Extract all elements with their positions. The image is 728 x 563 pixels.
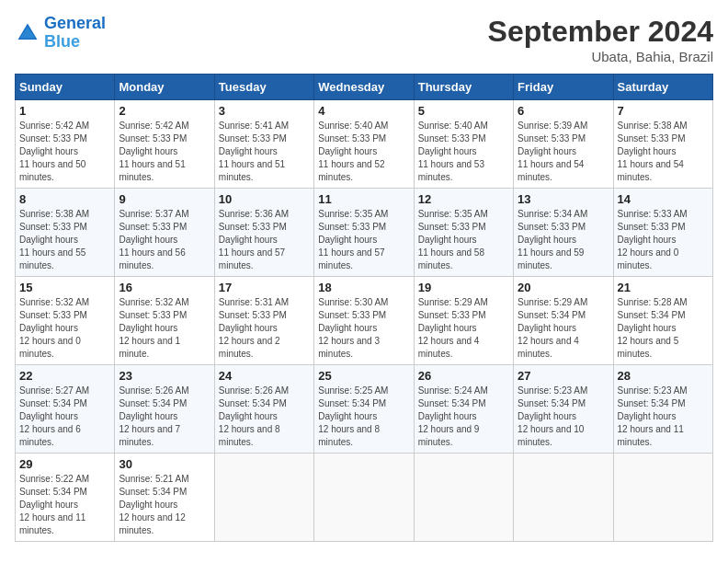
day-detail: Sunrise: 5:35 AM Sunset: 5:33 PM Dayligh… [418,208,509,272]
calendar-cell: 13 Sunrise: 5:34 AM Sunset: 5:33 PM Dayl… [514,189,613,277]
calendar-table: SundayMondayTuesdayWednesdayThursdayFrid… [15,74,713,542]
calendar-cell: 8 Sunrise: 5:38 AM Sunset: 5:33 PM Dayli… [16,189,115,277]
day-detail: Sunrise: 5:32 AM Sunset: 5:33 PM Dayligh… [119,296,210,361]
day-detail: Sunrise: 5:41 AM Sunset: 5:33 PM Dayligh… [219,120,310,184]
day-detail: Sunrise: 5:26 AM Sunset: 5:34 PM Dayligh… [119,385,210,449]
calendar-week-row: 1 Sunrise: 5:42 AM Sunset: 5:33 PM Dayli… [16,100,713,189]
weekday-header-thursday: Thursday [414,75,513,100]
day-number: 9 [119,192,210,206]
calendar-cell: 4 Sunrise: 5:40 AM Sunset: 5:33 PM Dayli… [314,100,414,189]
day-number: 30 [119,457,210,471]
calendar-cell: 25 Sunrise: 5:25 AM Sunset: 5:34 PM Dayl… [314,365,414,454]
logo-text: General Blue [44,15,106,52]
day-number: 8 [19,192,110,206]
calendar-cell: 12 Sunrise: 5:35 AM Sunset: 5:33 PM Dayl… [414,189,513,277]
day-detail: Sunrise: 5:42 AM Sunset: 5:33 PM Dayligh… [19,120,110,184]
day-detail: Sunrise: 5:38 AM Sunset: 5:33 PM Dayligh… [19,208,110,272]
calendar-cell: 21 Sunrise: 5:28 AM Sunset: 5:34 PM Dayl… [613,277,712,365]
calendar-cell: 29 Sunrise: 5:22 AM Sunset: 5:34 PM Dayl… [16,454,115,542]
day-detail: Sunrise: 5:37 AM Sunset: 5:33 PM Dayligh… [119,208,210,272]
day-detail: Sunrise: 5:22 AM Sunset: 5:34 PM Dayligh… [19,473,110,537]
day-detail: Sunrise: 5:40 AM Sunset: 5:33 PM Dayligh… [418,120,509,184]
calendar-cell: 28 Sunrise: 5:23 AM Sunset: 5:34 PM Dayl… [613,365,712,454]
day-number: 28 [618,369,709,383]
day-number: 5 [418,104,509,118]
location-subtitle: Ubata, Bahia, Brazil [488,49,713,64]
calendar-cell: 23 Sunrise: 5:26 AM Sunset: 5:34 PM Dayl… [115,365,214,454]
weekday-header-wednesday: Wednesday [314,75,414,100]
day-number: 11 [318,192,409,206]
day-number: 17 [219,281,310,294]
calendar-cell: 26 Sunrise: 5:24 AM Sunset: 5:34 PM Dayl… [414,365,513,454]
calendar-cell: 19 Sunrise: 5:29 AM Sunset: 5:33 PM Dayl… [414,277,513,365]
day-number: 4 [318,104,409,118]
day-number: 20 [518,281,609,294]
calendar-cell: 1 Sunrise: 5:42 AM Sunset: 5:33 PM Dayli… [16,100,115,189]
day-detail: Sunrise: 5:35 AM Sunset: 5:33 PM Dayligh… [318,208,409,272]
day-detail: Sunrise: 5:33 AM Sunset: 5:33 PM Dayligh… [618,208,709,272]
day-number: 21 [618,281,709,294]
calendar-cell [314,454,414,542]
day-detail: Sunrise: 5:38 AM Sunset: 5:33 PM Dayligh… [618,120,709,184]
calendar-cell [613,454,712,542]
calendar-cell [514,454,613,542]
day-number: 19 [418,281,509,294]
weekday-header-friday: Friday [514,75,613,100]
day-number: 2 [119,104,210,118]
day-detail: Sunrise: 5:36 AM Sunset: 5:33 PM Dayligh… [219,208,310,272]
day-detail: Sunrise: 5:32 AM Sunset: 5:33 PM Dayligh… [19,296,110,361]
day-number: 7 [618,104,709,118]
day-detail: Sunrise: 5:29 AM Sunset: 5:33 PM Dayligh… [418,296,509,361]
day-detail: Sunrise: 5:30 AM Sunset: 5:33 PM Dayligh… [318,296,409,361]
calendar-cell: 7 Sunrise: 5:38 AM Sunset: 5:33 PM Dayli… [613,100,712,189]
weekday-header-saturday: Saturday [613,75,712,100]
day-detail: Sunrise: 5:23 AM Sunset: 5:34 PM Dayligh… [618,385,709,449]
day-detail: Sunrise: 5:39 AM Sunset: 5:33 PM Dayligh… [518,120,609,184]
day-number: 13 [518,192,609,206]
day-detail: Sunrise: 5:28 AM Sunset: 5:34 PM Dayligh… [618,296,709,361]
day-number: 10 [219,192,310,206]
calendar-cell: 5 Sunrise: 5:40 AM Sunset: 5:33 PM Dayli… [414,100,513,189]
calendar-cell: 2 Sunrise: 5:42 AM Sunset: 5:33 PM Dayli… [115,100,214,189]
day-detail: Sunrise: 5:21 AM Sunset: 5:34 PM Dayligh… [119,473,210,537]
calendar-week-row: 8 Sunrise: 5:38 AM Sunset: 5:33 PM Dayli… [16,189,713,277]
calendar-cell [414,454,513,542]
day-number: 23 [119,369,210,383]
day-detail: Sunrise: 5:24 AM Sunset: 5:34 PM Dayligh… [418,385,509,449]
weekday-header-row: SundayMondayTuesdayWednesdayThursdayFrid… [16,75,713,100]
day-number: 12 [418,192,509,206]
day-number: 3 [219,104,310,118]
calendar-cell: 30 Sunrise: 5:21 AM Sunset: 5:34 PM Dayl… [115,454,214,542]
weekday-header-monday: Monday [115,75,214,100]
calendar-cell [214,454,313,542]
day-number: 26 [418,369,509,383]
logo: General Blue [15,15,106,52]
calendar-cell: 14 Sunrise: 5:33 AM Sunset: 5:33 PM Dayl… [613,189,712,277]
calendar-cell: 17 Sunrise: 5:31 AM Sunset: 5:33 PM Dayl… [214,277,313,365]
calendar-cell: 16 Sunrise: 5:32 AM Sunset: 5:33 PM Dayl… [115,277,214,365]
calendar-cell: 15 Sunrise: 5:32 AM Sunset: 5:33 PM Dayl… [16,277,115,365]
day-number: 29 [19,457,110,471]
calendar-week-row: 29 Sunrise: 5:22 AM Sunset: 5:34 PM Dayl… [16,454,713,542]
calendar-cell: 24 Sunrise: 5:26 AM Sunset: 5:34 PM Dayl… [214,365,313,454]
calendar-cell: 20 Sunrise: 5:29 AM Sunset: 5:34 PM Dayl… [514,277,613,365]
calendar-cell: 3 Sunrise: 5:41 AM Sunset: 5:33 PM Dayli… [214,100,313,189]
month-title: September 2024 [488,15,713,49]
calendar-week-row: 15 Sunrise: 5:32 AM Sunset: 5:33 PM Dayl… [16,277,713,365]
day-detail: Sunrise: 5:23 AM Sunset: 5:34 PM Dayligh… [518,385,609,449]
page-header: General Blue September 2024 Ubata, Bahia… [15,15,713,64]
day-detail: Sunrise: 5:26 AM Sunset: 5:34 PM Dayligh… [219,385,310,449]
day-number: 15 [19,281,110,294]
calendar-cell: 6 Sunrise: 5:39 AM Sunset: 5:33 PM Dayli… [514,100,613,189]
day-number: 24 [219,369,310,383]
day-detail: Sunrise: 5:34 AM Sunset: 5:33 PM Dayligh… [518,208,609,272]
day-number: 16 [119,281,210,294]
calendar-cell: 9 Sunrise: 5:37 AM Sunset: 5:33 PM Dayli… [115,189,214,277]
day-number: 18 [318,281,409,294]
day-detail: Sunrise: 5:29 AM Sunset: 5:34 PM Dayligh… [518,296,609,361]
calendar-cell: 11 Sunrise: 5:35 AM Sunset: 5:33 PM Dayl… [314,189,414,277]
day-detail: Sunrise: 5:25 AM Sunset: 5:34 PM Dayligh… [318,385,409,449]
day-detail: Sunrise: 5:40 AM Sunset: 5:33 PM Dayligh… [318,120,409,184]
day-number: 25 [318,369,409,383]
day-detail: Sunrise: 5:42 AM Sunset: 5:33 PM Dayligh… [119,120,210,184]
